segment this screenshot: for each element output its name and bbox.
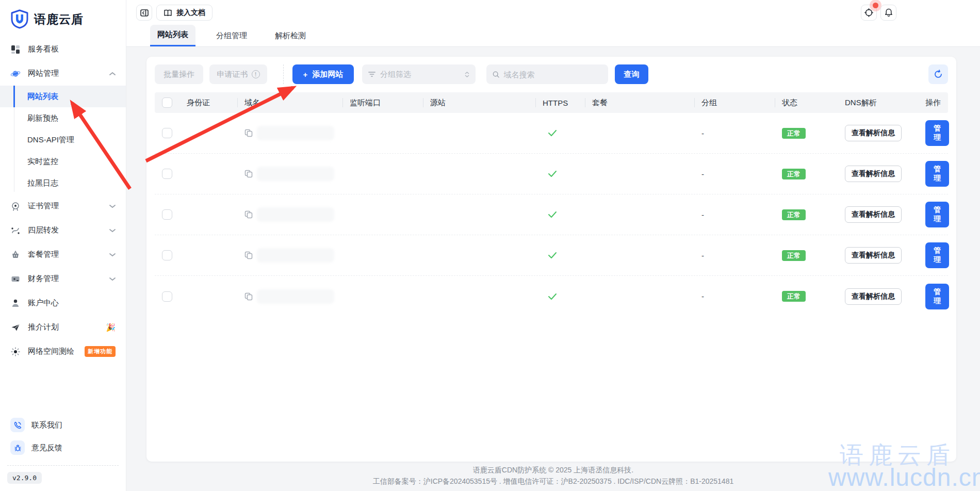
copy-icon[interactable] <box>244 210 253 219</box>
sidebar-item-label: 网站管理 <box>28 69 59 78</box>
row-checkbox[interactable] <box>162 291 172 302</box>
notifications-button[interactable] <box>880 5 896 21</box>
topbar-actions <box>861 5 896 21</box>
batch-actions-button[interactable]: 批量操作 <box>155 64 203 84</box>
notification-dot <box>873 3 878 8</box>
view-dns-button[interactable]: 查看解析信息 <box>845 166 902 182</box>
action-cell: 管理 <box>918 242 948 268</box>
table-row: - 正常 查看解析信息 管理 <box>155 154 948 194</box>
sidebar-item-dns-api[interactable]: DNS-API管理 <box>0 129 126 151</box>
copy-icon[interactable] <box>244 251 253 259</box>
https-ok-icon <box>548 129 557 137</box>
status-badge: 正常 <box>782 291 806 302</box>
sidebar-item-promotion[interactable]: 推介计划 🎉 <box>0 315 126 339</box>
group-filter-select[interactable]: 分组筛选 <box>362 64 476 84</box>
status-cell: 正常 <box>775 291 838 302</box>
column-header: 源站 <box>423 92 535 113</box>
refresh-button[interactable] <box>928 64 948 84</box>
feedback-button[interactable]: 意见反馈 <box>0 436 126 459</box>
row-checkbox[interactable] <box>162 250 172 260</box>
column-header: 分组 <box>694 92 775 113</box>
divider <box>7 465 119 466</box>
group-cell: - <box>694 129 775 138</box>
table-row: - 正常 查看解析信息 管理 <box>155 235 948 276</box>
sidebar-menu: 服务看板 网站管理 网站列表 刷新预热 DNS-API管理 实时监控 拉黑日志 <box>0 37 126 364</box>
row-checkbox[interactable] <box>162 169 172 179</box>
copy-icon[interactable] <box>244 170 253 178</box>
group-filter-placeholder: 分组筛选 <box>380 70 411 79</box>
shield-logo-icon <box>10 9 29 29</box>
tab-site-list[interactable]: 网站列表 <box>150 25 195 46</box>
tab-group-mgmt[interactable]: 分组管理 <box>209 25 254 46</box>
view-dns-button[interactable]: 查看解析信息 <box>845 247 902 264</box>
table-header: 身份证 域名 监听端口 源站 HTTPS 套餐 分组 状态 DNS解析 操作 <box>155 92 948 113</box>
select-all-cell <box>155 92 179 113</box>
select-all-checkbox[interactable] <box>162 97 172 108</box>
brand-logo: 语鹿云盾 <box>0 0 126 36</box>
info-icon: ! <box>252 70 260 78</box>
sidebar-footer: 联系我们 意见反馈 v2.9.0 <box>0 414 126 491</box>
column-header: DNS解析 <box>838 92 918 113</box>
view-dns-button[interactable]: 查看解析信息 <box>845 206 902 223</box>
https-cell <box>535 129 585 137</box>
sidebar-item-realtime-monitor[interactable]: 实时监控 <box>0 151 126 172</box>
toolbar: 批量操作 申请证书 ! + 添加网站 分组筛选 <box>155 64 948 84</box>
row-checkbox[interactable] <box>162 128 172 138</box>
sidebar-item-cyberspace-mapping[interactable]: 网络空间测绘 新增功能 <box>0 339 126 364</box>
sidebar-item-blacklist-log[interactable]: 拉黑日志 <box>0 172 126 194</box>
sidebar-item-label: DNS-API管理 <box>27 135 74 145</box>
chevron-down-icon <box>109 253 116 257</box>
batch-actions-label: 批量操作 <box>164 70 194 79</box>
sidebar-item-site-list[interactable]: 网站列表 <box>0 86 126 107</box>
sidebar-item-finance-mgmt[interactable]: 财务管理 <box>0 267 126 291</box>
topbar: 接入文档 <box>126 0 980 25</box>
chevron-down-icon <box>109 277 116 281</box>
chevron-up-icon <box>109 72 116 76</box>
manage-button[interactable]: 管理 <box>925 120 949 146</box>
domain-search-input[interactable] <box>503 70 602 79</box>
manage-button[interactable]: 管理 <box>925 161 949 187</box>
view-dns-button[interactable]: 查看解析信息 <box>845 125 902 141</box>
panel-collapse-icon <box>140 9 149 17</box>
sidebar-item-account-center[interactable]: 账户中心 <box>0 291 126 315</box>
sidebar-item-label: 推介计划 <box>28 322 59 332</box>
https-ok-icon <box>548 293 557 300</box>
bell-icon <box>885 8 893 17</box>
domain-cell <box>237 167 342 181</box>
add-site-button[interactable]: + 添加网站 <box>292 64 354 84</box>
manage-button[interactable]: 管理 <box>925 284 949 309</box>
announcement-button[interactable] <box>861 5 877 21</box>
status-cell: 正常 <box>775 169 838 179</box>
tab-label: 解析检测 <box>275 31 306 41</box>
view-dns-button[interactable]: 查看解析信息 <box>845 288 902 305</box>
sidebar-item-dashboard[interactable]: 服务看板 <box>0 37 126 61</box>
manage-button[interactable]: 管理 <box>925 242 949 268</box>
contact-us-button[interactable]: 联系我们 <box>0 414 126 436</box>
forward-icon <box>10 225 21 236</box>
copy-icon[interactable] <box>244 292 253 301</box>
tab-dns-check[interactable]: 解析检测 <box>268 25 313 46</box>
sidebar-item-refresh-preheat[interactable]: 刷新预热 <box>0 107 126 129</box>
status-badge: 正常 <box>782 250 806 261</box>
sidebar-item-l4-forward[interactable]: 四层转发 <box>0 218 126 242</box>
sidebar-item-cert-mgmt[interactable]: 证书管理 <box>0 194 126 218</box>
collapse-sidebar-button[interactable] <box>136 5 152 21</box>
tabstrip: 网站列表 分组管理 解析检测 <box>126 25 980 47</box>
tab-label: 网站列表 <box>157 30 188 40</box>
dns-cell: 查看解析信息 <box>838 166 918 182</box>
sidebar-item-package-mgmt[interactable]: 套餐管理 <box>0 242 126 267</box>
copy-icon[interactable] <box>244 129 253 137</box>
manage-button[interactable]: 管理 <box>925 202 949 227</box>
redacted-domain <box>257 289 334 304</box>
sidebar-item-label: 财务管理 <box>28 274 59 284</box>
status-cell: 正常 <box>775 209 838 220</box>
sidebar-item-site-mgmt[interactable]: 网站管理 <box>0 61 126 86</box>
query-button[interactable]: 查询 <box>615 64 648 84</box>
access-docs-button[interactable]: 接入文档 <box>156 5 213 21</box>
status-badge: 正常 <box>782 128 806 139</box>
row-checkbox[interactable] <box>162 209 172 220</box>
sidebar-item-label: 证书管理 <box>28 201 59 211</box>
apply-cert-button[interactable]: 申请证书 ! <box>209 64 267 84</box>
redacted-domain <box>257 207 334 222</box>
column-header: 操作 <box>918 92 948 113</box>
